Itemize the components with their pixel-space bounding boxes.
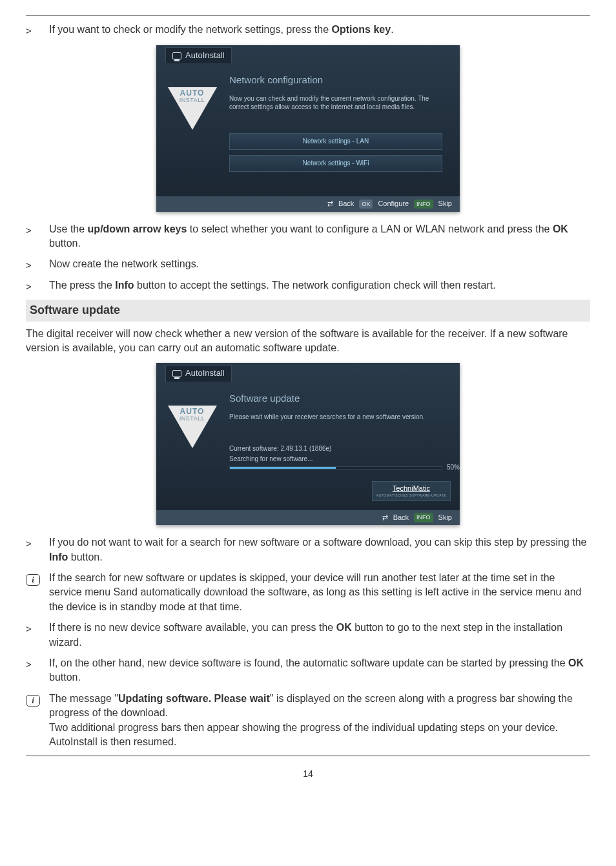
info-pill: INFO [414, 513, 433, 522]
progress-percent: 50% [447, 463, 460, 472]
key-label: Updating software. Please wait [118, 693, 270, 704]
footer-bar: ⇄ Back OK Configure INFO Skip [156, 196, 460, 211]
text: If you want to check or modify the netwo… [49, 24, 332, 35]
tab-label: AutoInstall [185, 50, 225, 61]
list-item: > If you want to check or modify the net… [26, 23, 590, 37]
info-icon: i [26, 574, 40, 586]
text: button. [49, 238, 81, 249]
footer-configure: Configure [378, 199, 409, 209]
auto-install-icon: AUTO INSTALL [168, 406, 217, 448]
key-label: up/down arrow keys [88, 223, 187, 234]
marker-gt: > [26, 23, 49, 37]
key-label: OK [568, 657, 584, 668]
panel-title: Software update [229, 391, 451, 405]
panel-text: Now you can check and modify the current… [229, 94, 442, 111]
key-label: Options key [332, 24, 391, 35]
text: Now create the network settings. [49, 257, 590, 271]
marker-info: i [26, 692, 49, 706]
swap-icon: ⇄ [327, 199, 333, 209]
window-tab: AutoInstall [165, 47, 232, 63]
text: The message " [49, 693, 118, 704]
marker-info: i [26, 571, 49, 586]
section-heading: Software update [26, 300, 590, 321]
list-item: i If the search for new software or upda… [26, 571, 590, 614]
paragraph: The digital receiver will now check whet… [26, 327, 590, 356]
window-tab: AutoInstall [165, 365, 232, 381]
key-label: Info [49, 552, 68, 562]
key-label: Info [115, 280, 134, 291]
text: If you do not want to wait for a search … [49, 537, 586, 548]
text: button. [49, 672, 81, 683]
list-item: > If you do not want to wait for a searc… [26, 535, 590, 564]
text: button to accept the settings. The netwo… [134, 280, 496, 291]
text: If, on the other hand, new device softwa… [49, 657, 568, 668]
panel-text: Please wait while your receiver searches… [229, 413, 442, 421]
key-label: OK [553, 223, 568, 234]
monitor-icon [172, 370, 181, 377]
text: If there is no new device software avail… [49, 622, 336, 633]
list-item: > Use the up/down arrow keys to select w… [26, 222, 590, 251]
marker-gt: > [26, 257, 49, 272]
info-icon: i [26, 695, 40, 706]
footer-skip: Skip [438, 199, 452, 209]
screenshot-network: AutoInstall AUTO INSTALL Network configu… [26, 45, 590, 212]
progress-bar: 50% [229, 466, 442, 469]
text: to select whether you want to configure … [187, 223, 553, 234]
list-item: > Now create the network settings. [26, 257, 590, 272]
footer-skip: Skip [438, 513, 452, 522]
technimatic-badge: TechniMatic AUTOMATISCHES SOFTWARE-UPDAT… [372, 481, 451, 501]
list-item: > If, on the other hand, new device soft… [26, 656, 590, 685]
tri-auto: AUTO [170, 408, 214, 415]
marker-gt: > [26, 278, 49, 293]
marker-gt: > [26, 621, 49, 635]
tab-label: AutoInstall [185, 367, 225, 379]
footer-back: Back [338, 199, 354, 209]
panel-title: Network configuration [229, 73, 451, 87]
text: Two additional progress bars then appear… [49, 721, 590, 750]
footer-back: Back [393, 513, 409, 522]
auto-install-icon: AUTO INSTALL [168, 87, 217, 130]
key-label: OK [336, 622, 352, 633]
list-item: i The message "Updating software. Please… [26, 692, 590, 750]
text: . [391, 24, 393, 35]
marker-gt: > [26, 535, 49, 550]
footer-bar: ⇄ Back INFO Skip [156, 510, 460, 525]
text: The press the [49, 280, 115, 291]
network-wifi-button[interactable]: Network settings - WiFi [229, 155, 442, 172]
searching-text: Searching for new software... [229, 455, 451, 464]
marker-gt: > [26, 656, 49, 671]
tri-install: INSTALL [170, 97, 214, 104]
tri-install: INSTALL [170, 415, 214, 422]
swap-icon: ⇄ [382, 513, 388, 522]
list-item: > If there is no new device software ava… [26, 621, 590, 650]
list-item: > The press the Info button to accept th… [26, 278, 590, 293]
tri-auto: AUTO [170, 90, 214, 97]
network-lan-button[interactable]: Network settings - LAN [229, 133, 442, 150]
marker-gt: > [26, 222, 49, 237]
current-software: Current software: 2.49.13.1 (1886e) [229, 444, 451, 453]
text: If the search for new software or update… [49, 571, 590, 614]
text: Use the [49, 223, 88, 234]
screenshot-software: AutoInstall AUTO INSTALL Software update… [26, 363, 590, 525]
monitor-icon [172, 52, 181, 59]
ok-pill: OK [359, 200, 373, 209]
text: button. [68, 552, 102, 562]
page-number: 14 [26, 768, 590, 781]
info-pill: INFO [414, 200, 433, 209]
